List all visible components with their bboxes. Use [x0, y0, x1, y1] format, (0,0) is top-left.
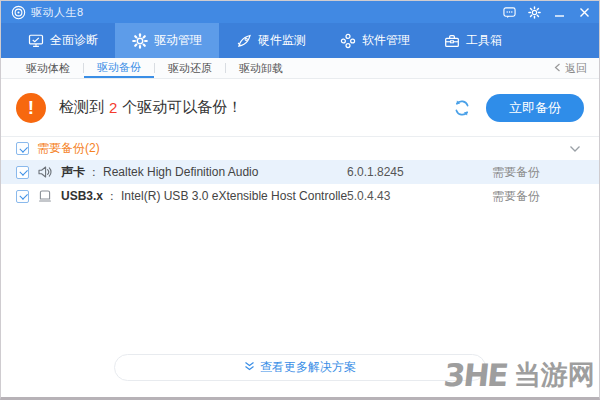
- watermark-logo: 3HE: [442, 357, 508, 393]
- nav-tab-label: 软件管理: [362, 32, 410, 49]
- alert-driver-count: 2: [109, 99, 117, 116]
- speaker-icon: [37, 164, 53, 180]
- tab-driver-management[interactable]: 驱动管理: [115, 23, 219, 58]
- gear-icon: [132, 33, 148, 49]
- group-header-need-backup[interactable]: 需要备份(2): [1, 137, 599, 160]
- device-type: 声卡: [61, 164, 85, 181]
- sub-nav: 驱动体检 驱动备份 驱动还原 驱动卸载 返回: [1, 58, 599, 79]
- view-more-solutions-button[interactable]: 查看更多解决方案: [114, 354, 486, 381]
- subtab-label: 驱动备份: [97, 60, 141, 75]
- monitor-icon: [28, 33, 44, 49]
- nav-tab-label: 驱动管理: [154, 32, 202, 49]
- group-label: 需要备份(2): [37, 140, 100, 157]
- subtab-label: 驱动还原: [168, 61, 212, 76]
- group-checkbox[interactable]: [16, 142, 29, 155]
- driver-row-usb[interactable]: USB3.x ： Intel(R) USB 3.0 eXtensible Hos…: [1, 184, 599, 208]
- nav-tab-label: 全面诊断: [50, 32, 98, 49]
- app-logo-icon: [11, 5, 26, 20]
- driver-version: 6.0.1.8245: [347, 165, 492, 179]
- device-type: USB3.x: [61, 189, 103, 203]
- alert-suffix: 个驱动可以备份！: [122, 98, 242, 117]
- row-checkbox[interactable]: [16, 190, 29, 203]
- back-label: 返回: [565, 61, 587, 76]
- nav-tab-label: 工具箱: [466, 32, 502, 49]
- row-checkbox[interactable]: [16, 166, 29, 179]
- tab-full-diagnosis[interactable]: 全面诊断: [11, 23, 115, 58]
- tab-toolbox[interactable]: 工具箱: [427, 23, 519, 58]
- driver-status: 需要备份: [492, 164, 584, 181]
- driver-status: 需要备份: [492, 188, 584, 205]
- device-name: Realtek High Definition Audio: [103, 165, 347, 179]
- nav-tab-label: 硬件监测: [258, 32, 306, 49]
- device-name: Intel(R) USB 3.0 eXtensible Host Control…: [121, 189, 347, 203]
- app-window: 驱动人生8: [0, 0, 600, 400]
- subtab-driver-backup[interactable]: 驱动备份: [84, 58, 154, 78]
- usb-device-icon: [37, 188, 53, 204]
- settings-icon[interactable]: [527, 5, 541, 19]
- subtab-driver-uninstall[interactable]: 驱动卸载: [226, 58, 296, 78]
- alert-message: 检测到 2 个驱动可以备份！: [59, 98, 242, 117]
- refresh-icon[interactable]: [451, 97, 473, 119]
- tab-hardware-monitor[interactable]: 硬件监测: [219, 23, 323, 58]
- watermark-site-name: 当游网: [514, 357, 595, 393]
- main-nav: 全面诊断 驱动管理: [1, 23, 599, 58]
- apps-icon: [340, 33, 356, 49]
- separator: ：: [106, 188, 118, 205]
- more-button-label: 查看更多解决方案: [260, 359, 356, 376]
- chevron-left-icon: [554, 62, 561, 74]
- rocket-icon: [236, 33, 252, 49]
- subtab-driver-restore[interactable]: 驱动还原: [155, 58, 225, 78]
- alert-prefix: 检测到: [59, 98, 104, 117]
- feedback-icon[interactable]: [502, 5, 516, 19]
- double-chevron-down-icon: [244, 361, 255, 375]
- toolbox-icon: [444, 33, 460, 49]
- subtab-label: 驱动卸载: [239, 61, 283, 76]
- chevron-down-icon[interactable]: [569, 145, 584, 153]
- minimize-button[interactable]: [552, 5, 566, 19]
- window-title: 驱动人生8: [31, 5, 84, 20]
- close-button[interactable]: [577, 5, 591, 19]
- backup-alert-banner: ! 检测到 2 个驱动可以备份！ 立即备份: [1, 79, 599, 137]
- backup-now-button[interactable]: 立即备份: [486, 94, 584, 122]
- subtab-driver-checkup[interactable]: 驱动体检: [13, 58, 83, 78]
- back-button[interactable]: 返回: [554, 58, 587, 78]
- site-watermark: 3HE 当游网: [444, 357, 595, 393]
- tab-software-management[interactable]: 软件管理: [323, 23, 427, 58]
- warning-icon: !: [16, 93, 46, 123]
- driver-version: 5.0.4.43: [347, 189, 492, 203]
- subtab-label: 驱动体检: [26, 61, 70, 76]
- title-bar: 驱动人生8: [1, 1, 599, 23]
- driver-row-audio[interactable]: 声卡 ： Realtek High Definition Audio 6.0.1…: [1, 160, 599, 184]
- separator: ：: [88, 164, 100, 181]
